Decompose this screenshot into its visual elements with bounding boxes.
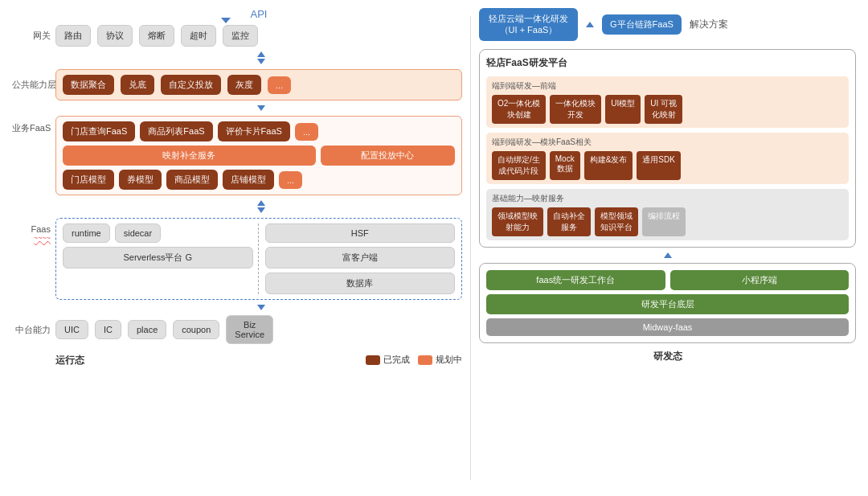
bfaas-item-3: ... <box>295 123 318 141</box>
public-item-0: 数据聚合 <box>63 75 114 95</box>
gateway-row: 网关 路由 协议 熔断 超时 监控 <box>12 25 462 47</box>
right-top: 轻店云端一体化研发（UI + FaaS） G平台链路FaaS 解决方案 <box>479 8 856 41</box>
legend-planned-box <box>418 355 432 365</box>
legend-completed-label: 已完成 <box>383 354 410 366</box>
rbot-midway: Midway-faas <box>486 318 849 336</box>
rbot-platform-base: 研发平台底层 <box>486 294 849 314</box>
faas-runtime: runtime <box>63 223 110 243</box>
right-bottom: faas统一研发工作台 小程序端 研发平台底层 Midway-faas <box>479 263 856 343</box>
bfaas-model-3: 店铺模型 <box>223 170 274 190</box>
bfaas-config: 配置投放中心 <box>321 146 455 166</box>
public-label: 公共能力层 <box>12 79 51 91</box>
bfaas-item-2: 评价卡片FaaS <box>218 121 290 141</box>
legend: 已完成 规划中 <box>366 354 462 366</box>
bfaas-model-4: ... <box>279 171 302 189</box>
s2-item-2: 构建&发布 <box>584 151 633 180</box>
s1-item-2: UI模型 <box>605 95 641 124</box>
arrow-up-icon-right <box>586 22 594 27</box>
section1-row: O2一体化模块创建 一体化模块开发 UI模型 UI 可视化映射 <box>492 95 843 124</box>
legend-planned-label: 规划中 <box>436 354 462 366</box>
right-box1: 轻店云端一体化研发（UI + FaaS） <box>479 8 578 41</box>
arrow-down-icon-2 <box>257 105 265 111</box>
s3-item-2: 模型领域知识平台 <box>595 207 638 236</box>
platform-section2: 端到端研发—模块FaaS相关 自动绑定/生成代码片段 Mock数据 构建&发布 … <box>486 133 849 184</box>
legend-completed: 已完成 <box>366 354 410 366</box>
public-layer-row: 公共能力层 数据聚合 兑底 自定义投放 灰度 ... <box>12 69 462 100</box>
faas-label: Faas ~~~~ <box>12 218 51 242</box>
legend-planned: 规划中 <box>418 354 462 366</box>
faas-sidecar: sidecar <box>115 223 161 243</box>
section2-title: 端到端研发—模块FaaS相关 <box>492 137 843 148</box>
left-bottom-label: 运行态 <box>55 352 84 367</box>
faas-right: HSF 富客户端 数据库 <box>258 223 456 294</box>
section3-title: 基础能力—映射服务 <box>492 193 843 204</box>
s2-item-1: Mock数据 <box>550 151 580 180</box>
gateway-label: 网关 <box>12 30 51 42</box>
gateway-item-3: 超时 <box>181 25 216 47</box>
legend-completed-box <box>366 355 380 365</box>
bfaas-model-1: 券模型 <box>119 170 162 190</box>
section1-title: 端到端研发—前端 <box>492 80 843 92</box>
right-solution-label: 解决方案 <box>690 18 728 31</box>
right-side: 轻店云端一体化研发（UI + FaaS） G平台链路FaaS 解决方案 轻店Fa… <box>479 8 856 488</box>
section3-row: 领域模型映射能力 自动补全服务 模型领域知识平台 编排流程 <box>492 207 843 236</box>
faas-right-2: 数据库 <box>265 273 456 294</box>
middle-content: UIC IC place coupon BizService <box>55 315 462 344</box>
gateway-item-4: 监控 <box>223 25 258 47</box>
mid-item-3: coupon <box>173 320 219 339</box>
faas-platform-title: 轻店FaaS研发平台 <box>486 56 849 70</box>
s2-item-3: 通用SDK <box>637 151 681 180</box>
public-item-2: 自定义投放 <box>161 75 221 95</box>
public-item-1: 兑底 <box>121 75 154 95</box>
bfaas-mapping: 映射补全服务 <box>63 146 316 166</box>
s1-item-1: 一体化模块开发 <box>550 95 601 124</box>
platform-section3: 基础能力—映射服务 领域模型映射能力 自动补全服务 模型领域知识平台 编排流程 <box>486 189 849 240</box>
bfaas-row2: 映射补全服务 配置投放中心 <box>63 146 455 166</box>
bfaas-model-2: 商品模型 <box>166 170 218 190</box>
arrow-down-icon <box>257 59 265 64</box>
api-text: API <box>251 8 268 20</box>
s1-item-0: O2一体化模块创建 <box>492 95 546 124</box>
bfaas-item-0: 门店查询FaaS <box>63 121 135 141</box>
gateway-item-0: 路由 <box>55 25 91 47</box>
s1-item-3: UI 可视化映射 <box>645 95 682 124</box>
s3-item-1: 自动补全服务 <box>547 207 591 236</box>
arrow-up-icon-2 <box>257 200 265 206</box>
public-item-4: ... <box>268 76 291 94</box>
right-bottom-label: 研发态 <box>479 348 856 363</box>
arrow-up-icon <box>257 51 265 57</box>
platform-section1: 端到端研发—前端 O2一体化模块创建 一体化模块开发 UI模型 UI 可视化映射 <box>486 76 849 128</box>
mid-item-2: place <box>128 320 166 339</box>
public-item-3: 灰度 <box>227 75 261 95</box>
faas-platform: 轻店FaaS研发平台 端到端研发—前端 O2一体化模块创建 一体化模块开发 UI… <box>479 49 856 248</box>
gateway-content: 路由 协议 熔断 超时 监控 <box>55 25 462 47</box>
bfaas-row3: 门店模型 券模型 商品模型 店铺模型 ... <box>63 170 455 190</box>
arrow-down-icon-4 <box>257 305 265 310</box>
faas-underline: ~~~~ <box>12 234 51 242</box>
s2-item-0: 自动绑定/生成代码片段 <box>492 151 546 180</box>
section2-row: 自动绑定/生成代码片段 Mock数据 构建&发布 通用SDK <box>492 151 843 180</box>
main-container: API 网关 路由 协议 熔断 超时 监控 公共能力层 数据聚合 <box>0 0 868 496</box>
faas-row: Faas ~~~~ runtime sidecar Serverless平台 G… <box>12 218 462 300</box>
s3-item-0: 领域模型映射能力 <box>492 207 543 236</box>
business-faas-content: 门店查询FaaS 商品列表FaaS 评价卡片FaaS ... 映射补全服务 配置… <box>55 116 462 195</box>
mid-item-4: BizService <box>226 315 273 344</box>
green-row-1: faas统一研发工作台 小程序端 <box>486 270 849 290</box>
public-layer-content: 数据聚合 兑底 自定义投放 灰度 ... <box>55 69 462 100</box>
s3-item-3: 编排流程 <box>642 207 686 236</box>
gateway-item-1: 协议 <box>97 25 133 47</box>
faas-left: runtime sidecar Serverless平台 G <box>63 223 253 294</box>
faas-right-1: 富客户端 <box>265 247 456 268</box>
business-faas-row: 业务FaaS 门店查询FaaS 商品列表FaaS 评价卡片FaaS ... 映射… <box>12 116 462 195</box>
gateway-item-2: 熔断 <box>139 25 174 47</box>
arrow-indicator <box>257 51 265 64</box>
rbot-faas-workbench: faas统一研发工作台 <box>486 270 665 290</box>
bfaas-model-0: 门店模型 <box>63 170 114 190</box>
middle-label: 中台能力 <box>12 324 51 336</box>
business-faas-label: 业务FaaS <box>12 116 51 134</box>
right-box2: G平台链路FaaS <box>602 14 682 35</box>
bfaas-item-1: 商品列表FaaS <box>140 121 212 141</box>
bfaas-row1: 门店查询FaaS 商品列表FaaS 评价卡片FaaS ... <box>63 121 455 141</box>
middle-capability-row: 中台能力 UIC IC place coupon BizService <box>12 315 462 344</box>
arrow-down-icon-3 <box>257 207 265 213</box>
